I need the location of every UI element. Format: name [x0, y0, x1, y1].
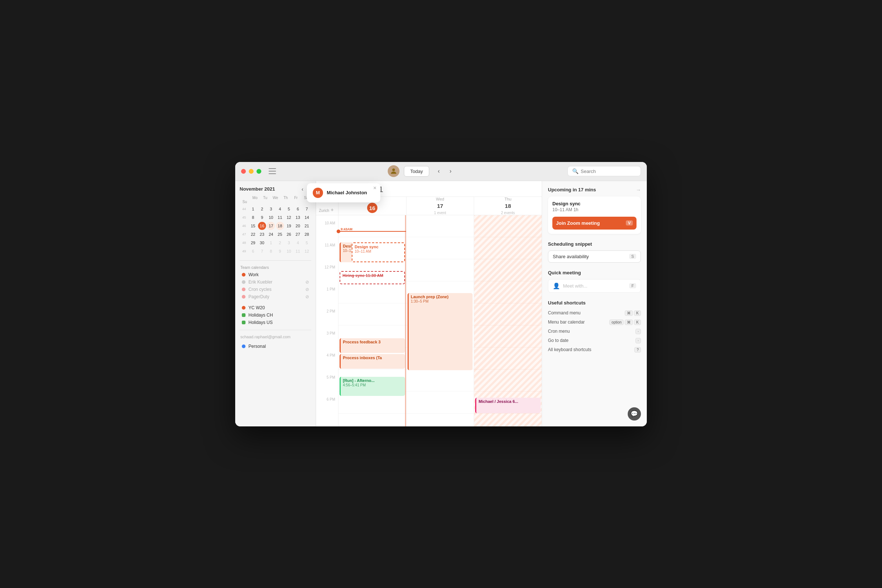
day-9b[interactable]: 9 [276, 247, 284, 255]
day-21[interactable]: 21 [303, 222, 311, 230]
day-17[interactable]: 17 [267, 222, 275, 230]
event-run[interactable]: [Run] - Afterno... 4:56–5:41 PM [340, 377, 405, 396]
day-7[interactable]: 7 [303, 205, 311, 213]
nav-arrows: ‹ › [434, 166, 456, 176]
day-22[interactable]: 22 [249, 230, 257, 238]
day-6b[interactable]: 6 [249, 247, 257, 255]
calendar-item-cron[interactable]: Cron cycles ⊘ [240, 286, 311, 293]
dow-tu: Tu [260, 196, 270, 200]
day-27[interactable]: 27 [294, 230, 302, 238]
day-6[interactable]: 6 [294, 205, 302, 213]
thu-events: 2 events [501, 211, 515, 215]
day-23[interactable]: 23 [258, 230, 266, 238]
day-24[interactable]: 24 [267, 230, 275, 238]
tue-num[interactable]: 16 [367, 203, 377, 213]
user-tooltip-name: Michael Johnston [327, 190, 367, 195]
prev-button[interactable]: ‹ [434, 166, 444, 176]
event-hiring-sync[interactable]: Hiring sync 11:30 AM [340, 271, 405, 284]
day-8b[interactable]: 8 [267, 247, 275, 255]
day-20[interactable]: 20 [294, 222, 302, 230]
t-hour-3p [474, 348, 542, 369]
quick-meeting-header: Quick meeting [548, 270, 641, 276]
day-8[interactable]: 8 [249, 213, 257, 222]
day-16[interactable]: 16 [258, 222, 266, 230]
day-2b[interactable]: 2 [276, 239, 284, 247]
day-4b[interactable]: 4 [294, 239, 302, 247]
day-1b[interactable]: 1 [267, 239, 275, 247]
day-10b[interactable]: 10 [285, 247, 293, 255]
calendar-item-pager[interactable]: PagerDuty ⊘ [240, 293, 311, 300]
calendar-item-personal[interactable]: Personal [240, 343, 311, 350]
today-button[interactable]: Today [404, 166, 429, 177]
day-3b[interactable]: 3 [285, 239, 293, 247]
col-wednesday: Launch prep (Zone) 1:30–5 PM [406, 215, 474, 426]
k-key-2: K [634, 320, 641, 325]
calendar-item-erik[interactable]: Erik Kuebler ⊘ [240, 278, 311, 286]
sidebar: November 2021 ‹ › Mo Tu We Th Fr Sa [235, 181, 316, 426]
day-9[interactable]: 9 [258, 213, 266, 222]
sidebar-toggle[interactable] [269, 168, 276, 174]
week-num-46: 46 [240, 224, 248, 228]
minimize-button[interactable] [249, 169, 254, 174]
week-num-48: 48 [240, 241, 248, 244]
calendar-item-ycw20[interactable]: YC W20 [240, 304, 311, 312]
day-2[interactable]: 2 [258, 205, 266, 213]
day-10[interactable]: 10 [267, 213, 275, 222]
day-3[interactable]: 3 [267, 205, 275, 213]
day-19[interactable]: 19 [285, 222, 293, 230]
t-hour-12 [474, 281, 542, 303]
event-design-sync-2[interactable]: Design sync 10–11 AM [352, 242, 405, 262]
shortcut-all-shortcuts: All keyboard shortcuts ? [548, 346, 641, 354]
share-label: Share availability [553, 254, 589, 259]
run-title: [Run] - Afterno... [343, 378, 403, 383]
day-12b[interactable]: 12 [303, 247, 311, 255]
day-26[interactable]: 26 [285, 230, 293, 238]
holidays-us-label: Holidays US [248, 320, 273, 325]
day-29[interactable]: 29 [249, 239, 257, 247]
quick-meeting-row[interactable]: 👤 Meet with... F [548, 279, 641, 293]
work-label: Work [248, 272, 259, 277]
calendar-item-holidays-us[interactable]: Holidays US [240, 319, 311, 326]
cron-label: Cron cycles [248, 287, 272, 292]
day-12[interactable]: 12 [285, 213, 293, 222]
thu-num[interactable]: 18 [503, 202, 513, 210]
day-5[interactable]: 5 [285, 205, 293, 213]
event-process-feedback[interactable]: Process feedback 3 [340, 338, 405, 353]
day-25[interactable]: 25 [276, 230, 284, 238]
close-button[interactable] [241, 169, 246, 174]
user-avatar[interactable] [388, 165, 400, 177]
event-michael-jessica[interactable]: Michael / Jessica 6... [475, 398, 541, 413]
cmd-key: ⌘ [625, 310, 633, 316]
day-1[interactable]: 1 [249, 205, 257, 213]
titlebar: Today ‹ › 🔍 [235, 162, 647, 181]
day-30[interactable]: 30 [258, 239, 266, 247]
day-28[interactable]: 28 [303, 230, 311, 238]
day-13[interactable]: 13 [294, 213, 302, 222]
shortcut-command-menu: Command menu ⌘ K [548, 309, 641, 317]
next-button[interactable]: › [445, 166, 456, 176]
day-18[interactable]: 18 [276, 222, 284, 230]
event-process-inboxes[interactable]: Process inboxes (Ta [340, 354, 405, 369]
calendar-item-work[interactable]: Work [240, 271, 311, 278]
wed-events: 1 event [434, 211, 446, 215]
calendar-item-holidays-ch[interactable]: Holidays CH [240, 312, 311, 319]
search-input[interactable] [581, 169, 636, 174]
day-4[interactable]: 4 [276, 205, 284, 213]
maximize-button[interactable] [257, 169, 261, 174]
add-calendar-btn[interactable]: + [331, 207, 334, 213]
wed-num[interactable]: 17 [435, 202, 445, 210]
join-zoom-button[interactable]: Join Zoom meeting V [552, 217, 637, 230]
chat-button[interactable]: 💬 [628, 407, 641, 420]
close-tooltip-button[interactable]: ✕ [373, 186, 377, 190]
mini-prev[interactable]: ‹ [300, 186, 305, 193]
time-labels: 10 AM 11 AM 12 PM 1 PM 2 PM 3 PM 4 PM 5 … [316, 215, 338, 426]
event-launch-prep[interactable]: Launch prep (Zone) 1:30–5 PM [407, 293, 473, 370]
day-11b[interactable]: 11 [294, 247, 302, 255]
upcoming-arrow[interactable]: → [636, 187, 641, 193]
day-14[interactable]: 14 [303, 213, 311, 222]
day-7b[interactable]: 7 [258, 247, 266, 255]
day-15[interactable]: 15 [249, 222, 257, 230]
day-5b[interactable]: 5 [303, 239, 311, 247]
share-availability-button[interactable]: Share availability S [548, 250, 641, 262]
day-11[interactable]: 11 [276, 213, 284, 222]
